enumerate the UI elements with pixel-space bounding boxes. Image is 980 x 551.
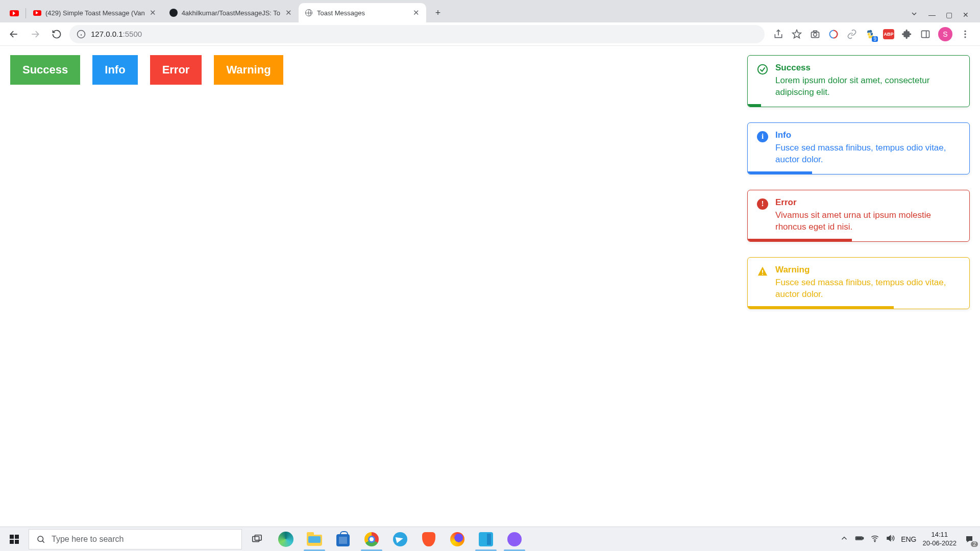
youtube-icon <box>10 10 19 16</box>
svg-rect-21 <box>253 536 259 541</box>
minimize-button[interactable]: — <box>928 11 936 19</box>
volume-icon[interactable] <box>886 534 895 544</box>
clock[interactable]: 14:11 20-06-2022 <box>923 531 957 547</box>
toast-warning: Warning Fusce sed massa finibus, tempus … <box>747 257 970 309</box>
language-indicator[interactable]: ENG <box>901 535 916 543</box>
info-icon: i <box>757 131 768 142</box>
share-icon[interactable] <box>773 29 784 40</box>
profile-avatar[interactable]: S <box>938 27 952 41</box>
forward-button[interactable] <box>27 26 44 43</box>
svg-point-19 <box>38 536 43 542</box>
close-icon[interactable]: ✕ <box>412 9 420 17</box>
success-button[interactable]: Success <box>10 55 80 85</box>
tabs-dropdown-icon[interactable] <box>910 10 918 19</box>
battery-icon[interactable] <box>855 534 864 544</box>
svg-rect-11 <box>922 31 929 37</box>
svg-rect-9 <box>814 31 817 32</box>
app-edge[interactable] <box>274 527 298 552</box>
tab-github-toastmessagejs[interactable]: 4akhilkumar/ToastMessageJS: To ✕ <box>163 3 299 22</box>
check-circle-icon <box>757 64 768 75</box>
abp-icon[interactable]: ABP <box>883 29 894 40</box>
app-chrome[interactable] <box>359 527 384 552</box>
notification-badge: 2 <box>971 541 978 547</box>
new-tab-button[interactable]: + <box>430 5 446 20</box>
taskbar-apps <box>274 527 527 552</box>
svg-rect-22 <box>255 535 261 540</box>
notifications-icon[interactable]: 2 <box>963 533 976 546</box>
svg-point-13 <box>964 30 966 32</box>
start-button[interactable] <box>0 527 29 552</box>
system-tray: ENG 14:11 20-06-2022 2 <box>840 531 980 547</box>
kebab-menu-icon[interactable] <box>960 29 971 40</box>
url-text: 127.0.0.1:5500 <box>91 30 142 38</box>
ext-link-icon[interactable] <box>846 29 857 40</box>
toast-progress <box>748 239 852 241</box>
date-text: 20-06-2022 <box>923 539 957 547</box>
svg-rect-17 <box>762 270 763 273</box>
browser-chrome: (429) Simple Toast Message (Van ✕ 4akhil… <box>0 0 980 46</box>
bookmark-star-icon[interactable] <box>791 29 802 40</box>
extension-tray: 9 ABP S <box>769 27 975 41</box>
task-view-button[interactable] <box>245 527 268 552</box>
app-github-desktop[interactable] <box>502 527 527 552</box>
info-button[interactable]: Info <box>92 55 137 85</box>
chevron-up-icon[interactable] <box>840 534 849 544</box>
site-info-icon <box>77 30 86 39</box>
toast-error: ! Error Vivamus sit amet urna ut ipsum m… <box>747 190 970 242</box>
app-brave[interactable] <box>416 527 441 552</box>
svg-point-15 <box>964 36 966 38</box>
toast-message: Lorem ipsum dolor sit amet, consecte­tur… <box>775 75 960 98</box>
taskbar-search[interactable]: Type here to search <box>29 529 242 549</box>
tab-separator <box>26 8 26 18</box>
python-icon[interactable]: 9 <box>865 29 876 40</box>
tab-strip: (429) Simple Toast Message (Van ✕ 4akhil… <box>0 0 980 22</box>
svg-point-8 <box>814 33 817 36</box>
maximize-button[interactable]: ▢ <box>946 11 952 19</box>
app-vscode[interactable] <box>474 527 498 552</box>
toast-progress <box>748 306 894 309</box>
side-panel-icon[interactable] <box>920 29 931 40</box>
toast-progress <box>748 104 761 107</box>
warning-icon <box>757 266 768 277</box>
tab-title: Toast Messages <box>317 9 408 17</box>
svg-marker-27 <box>887 536 891 541</box>
tab-youtube-toast[interactable]: (429) Simple Toast Message (Van ✕ <box>27 3 163 22</box>
close-icon[interactable]: ✕ <box>284 9 292 17</box>
toast-title: Info <box>775 130 960 140</box>
toast-title: Success <box>775 63 960 73</box>
back-button[interactable] <box>5 26 22 43</box>
toast-message: Fusce sed massa finibus, tempus odio vit… <box>775 277 960 300</box>
globe-icon <box>305 9 313 17</box>
svg-rect-25 <box>856 538 862 539</box>
error-button[interactable]: Error <box>150 55 202 85</box>
svg-rect-18 <box>762 273 763 274</box>
toast-title: Warning <box>775 265 960 275</box>
search-icon <box>36 535 45 544</box>
close-icon[interactable]: ✕ <box>149 9 157 17</box>
svg-line-20 <box>42 541 44 542</box>
app-firefox[interactable] <box>445 527 470 552</box>
camera-icon[interactable] <box>810 29 821 40</box>
toast-message: Fusce sed massa finibus, tempus odio vit… <box>775 142 960 166</box>
python-badge: 9 <box>872 36 878 42</box>
close-window-button[interactable]: ✕ <box>963 11 969 19</box>
warning-button[interactable]: Warning <box>214 55 283 85</box>
app-telegram[interactable] <box>388 527 412 552</box>
toast-progress <box>748 171 812 174</box>
address-bar[interactable]: 127.0.0.1:5500 <box>69 25 765 43</box>
wifi-icon[interactable] <box>870 534 879 544</box>
pinned-tab-youtube[interactable] <box>4 4 24 22</box>
ext-circle-icon[interactable] <box>828 29 839 40</box>
error-icon: ! <box>757 198 768 210</box>
search-placeholder: Type here to search <box>52 535 124 544</box>
reload-button[interactable] <box>48 26 65 43</box>
app-microsoft-store[interactable] <box>331 527 355 552</box>
app-file-explorer[interactable] <box>302 527 327 552</box>
page-content: Success Info Error Warning Success Lorem… <box>0 46 980 527</box>
tab-toast-messages[interactable]: Toast Messages ✕ <box>299 3 426 22</box>
toast-success: Success Lorem ipsum dolor sit amet, cons… <box>747 55 970 107</box>
youtube-icon <box>33 9 41 17</box>
svg-point-26 <box>874 541 875 542</box>
extensions-icon[interactable] <box>901 29 913 40</box>
svg-point-14 <box>964 33 966 35</box>
